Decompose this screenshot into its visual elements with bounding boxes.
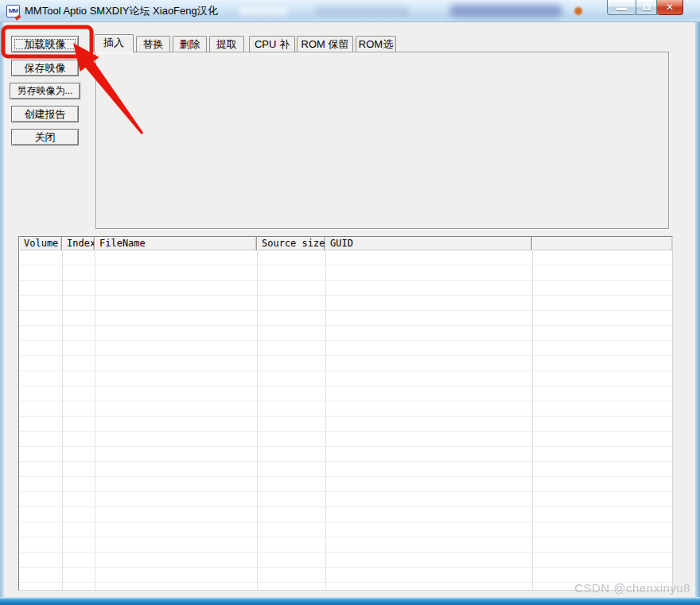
column-header-volume[interactable]: Volume [19,237,62,250]
application-window: MM MMTool Aptio SMXDIY论坛 XiaoFeng汉化 ✕ 加载… [0,0,700,605]
tab-replace[interactable]: 替换 [136,36,170,52]
table-header-row: Volume Index FileName Source size GUID [19,237,672,250]
window-border-right [695,22,700,605]
create-report-button[interactable]: 创建报告 [11,106,79,122]
window-border-left [0,22,4,605]
titlebar-background-dot [574,7,582,15]
tab-delete-label: 删除 [180,38,200,50]
app-icon: MM [6,5,20,17]
titlebar-background-blur [449,5,562,17]
close-app-button[interactable]: 关闭 [11,129,79,145]
column-header-filename[interactable]: FileName [95,237,257,250]
tab-extract[interactable]: 提取 [209,36,244,52]
column-header-guid[interactable]: GUID [325,237,532,250]
save-image-as-button-label: 另存映像为... [17,84,72,98]
title-bar[interactable]: MM MMTool Aptio SMXDIY论坛 XiaoFeng汉化 ✕ [0,0,700,22]
maximize-button[interactable] [636,0,657,15]
tab-replace-label: 替换 [143,38,164,50]
table-gridline [532,250,533,590]
window-title: MMTool Aptio SMXDIY论坛 XiaoFeng汉化 [25,0,218,22]
maximize-icon [643,4,651,10]
create-report-button-label: 创建报告 [25,107,66,122]
module-table[interactable]: Volume Index FileName Source size GUID [18,236,673,591]
table-gridline [95,250,95,590]
minimize-button[interactable] [607,0,636,15]
tab-insert-label: 插入 [103,37,124,48]
column-header-empty [532,237,672,250]
minimize-icon [616,8,627,10]
table-gridline [257,250,258,590]
column-header-source-size[interactable]: Source size [257,237,325,250]
tab-cpu-patch[interactable]: CPU 补丁 [249,36,295,52]
focus-rectangle [14,39,76,49]
tab-rom-hole[interactable]: ROM 保留区 [297,36,353,52]
tab-rom-options[interactable]: ROM选项 [356,36,396,52]
close-app-button-label: 关闭 [35,130,56,145]
load-image-button[interactable]: 加载映像 [11,36,79,52]
tab-insert[interactable]: 插入 [94,34,134,52]
column-header-index[interactable]: Index [62,237,95,250]
tab-delete[interactable]: 删除 [173,36,207,52]
insert-tab-page [95,52,669,229]
window-controls: ✕ [607,0,683,16]
tab-extract-label: 提取 [216,38,237,50]
window-border-bottom [0,597,700,605]
close-icon: ✕ [657,2,682,13]
save-image-button[interactable]: 保存映像 [11,60,79,76]
table-gridline [325,250,326,590]
titlebar-glass-reflection [314,6,410,16]
save-image-as-button[interactable]: 另存映像为... [10,83,80,99]
titlebar-glass-reflection [239,7,288,16]
close-button[interactable]: ✕ [657,0,683,15]
save-image-button-label: 保存映像 [25,61,66,76]
table-body[interactable] [19,250,672,590]
table-gridline [62,250,63,590]
